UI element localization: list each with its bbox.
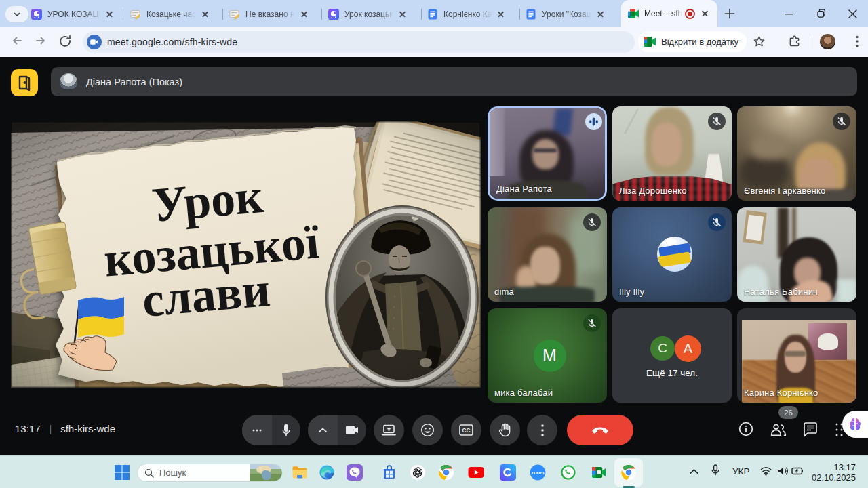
svg-text:CC: CC (462, 428, 471, 434)
svg-text:zoom: zoom (531, 470, 545, 476)
